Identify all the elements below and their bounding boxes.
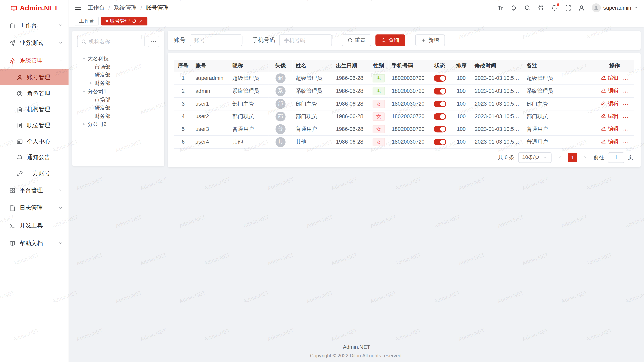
status-toggle[interactable] (434, 75, 446, 81)
cell-status (429, 97, 451, 110)
page-size-select[interactable]: 10条/页 (518, 152, 552, 163)
sidebar-item-label: 个人中心 (27, 138, 69, 145)
tree-node[interactable]: 分公司1 (77, 87, 159, 96)
locate-icon[interactable] (510, 4, 517, 11)
sidebar-item-platform-management[interactable]: 平台管理 (0, 182, 69, 199)
status-toggle[interactable] (434, 139, 446, 145)
edit-icon (601, 75, 606, 81)
add-button[interactable]: 新增 (415, 34, 445, 46)
cell-gender: 女 (369, 97, 388, 110)
sidebar-item-position-management[interactable]: 职位管理 (0, 117, 69, 133)
cell-sort: 100 (451, 110, 472, 123)
tree-node[interactable]: 研发部 (77, 71, 159, 79)
bell-icon[interactable] (551, 4, 558, 11)
table-row: 1 superadmin 超级管理员 超 超级管理员 1986-06-28 男 … (174, 72, 634, 85)
tree-node[interactable]: 研发部 (77, 104, 159, 112)
sidebar-item-org-management[interactable]: 机构管理 (0, 101, 69, 117)
sidebar-item-third-account[interactable]: 三方账号 (0, 165, 69, 182)
row-more-button[interactable] (623, 89, 628, 95)
tree-more-button[interactable] (148, 36, 159, 47)
search-label: 查询 (388, 36, 399, 44)
caret-down-icon[interactable] (81, 89, 86, 94)
phone-filter-input[interactable] (279, 34, 332, 46)
cell-birthdate: 1986-06-28 (333, 135, 369, 148)
search-icon[interactable] (524, 4, 531, 11)
refresh-icon[interactable] (132, 19, 136, 23)
tree-node[interactable]: 财务部 (77, 112, 159, 120)
gift-icon[interactable] (538, 4, 544, 11)
search-button[interactable]: 查询 (375, 34, 405, 46)
sidebar-item-business-test[interactable]: 业务测试 (0, 34, 69, 52)
breadcrumb: 工作台/系统管理/账号管理 (88, 4, 491, 11)
tree-node-label: 财务部 (95, 112, 111, 120)
reset-button[interactable]: 重置 (342, 34, 371, 46)
row-more-button[interactable] (623, 76, 628, 82)
org-search-input[interactable] (89, 38, 141, 44)
edit-button[interactable]: 编辑 (601, 87, 618, 94)
tree-node[interactable]: 市场部 (77, 63, 159, 71)
tab-workbench[interactable]: 工作台 (75, 17, 99, 25)
cell-status (429, 72, 451, 85)
tree-node[interactable]: 财务部 (77, 79, 159, 87)
cell-nickname: 超级管理员 (229, 72, 269, 85)
status-toggle[interactable] (434, 113, 446, 120)
row-more-button[interactable] (623, 127, 628, 133)
column-header-7: 手机号码 (388, 60, 429, 72)
tab-account-management[interactable]: 账号管理 (101, 17, 147, 25)
caret-right-icon[interactable] (88, 81, 93, 86)
status-toggle[interactable] (434, 126, 446, 132)
sidebar-item-workbench[interactable]: 工作台 (0, 16, 69, 34)
book-icon (9, 240, 16, 246)
breadcrumb-item[interactable]: 系统管理 (114, 4, 137, 11)
sidebar-item-system-management[interactable]: 系统管理 (0, 52, 69, 69)
idcard-icon (16, 138, 23, 145)
sidebar-item-dev-tools[interactable]: 开发工具 (0, 217, 69, 234)
sidebar-item-account-management[interactable]: 账号管理 (0, 69, 69, 85)
goto-page-input[interactable] (608, 152, 624, 163)
sidebar-item-help-docs[interactable]: 帮助文档 (0, 234, 69, 252)
user-menu[interactable]: superadmin (592, 3, 638, 12)
edit-button[interactable]: 编辑 (601, 74, 618, 81)
org-icon (16, 106, 23, 113)
prev-page-button[interactable] (555, 153, 564, 162)
tree-node[interactable]: 分公司2 (77, 120, 159, 128)
next-page-button[interactable] (581, 153, 590, 162)
row-more-button[interactable] (623, 102, 628, 108)
caret-right-icon[interactable] (81, 122, 86, 127)
breadcrumb-item[interactable]: 工作台 (88, 4, 105, 11)
cell-nickname: 系统管理员 (229, 84, 269, 97)
cell-modified-time: 2023-01-03 10:59:44 (471, 123, 523, 135)
edit-button[interactable]: 编辑 (601, 112, 618, 120)
edit-button[interactable]: 编辑 (601, 125, 618, 132)
column-header-1: 账号 (192, 60, 229, 72)
row-more-button[interactable] (623, 140, 628, 146)
account-filter-input[interactable] (190, 34, 242, 46)
edit-button[interactable]: 编辑 (601, 138, 618, 145)
tree-node[interactable]: 大名科技 (77, 55, 159, 63)
status-toggle[interactable] (434, 101, 446, 107)
footer-app-name: Admin.NET (69, 344, 644, 350)
sidebar-item-label: 三方账号 (27, 170, 69, 177)
tree-node[interactable]: 市场部 (77, 96, 159, 104)
row-more-button[interactable] (623, 115, 628, 120)
app-logo[interactable]: Admin.NET (0, 0, 69, 16)
sidebar-item-personal-center[interactable]: 个人中心 (0, 133, 69, 150)
current-page-button[interactable]: 1 (568, 153, 577, 162)
active-dot-icon (106, 20, 108, 22)
edit-button[interactable]: 编辑 (601, 100, 618, 107)
sidebar-item-log-management[interactable]: 日志管理 (0, 199, 69, 217)
cell-birthdate: 1986-06-28 (333, 97, 369, 110)
status-toggle[interactable] (434, 88, 446, 94)
sidebar-item-role-management[interactable]: 角色管理 (0, 85, 69, 102)
menu-toggle-icon[interactable] (75, 4, 82, 11)
table-header-row: 序号账号昵称头像姓名出生日期性别手机号码状态排序修改时间备注操作 (174, 60, 634, 72)
fullscreen-icon[interactable] (565, 4, 571, 11)
sidebar-item-notice[interactable]: 通知公告 (0, 149, 69, 165)
user-icon[interactable] (578, 4, 585, 11)
column-header-5: 出生日期 (333, 60, 369, 72)
cell-phone: 18020030720 (388, 97, 429, 110)
font-size-icon[interactable] (497, 4, 504, 11)
close-icon[interactable] (138, 19, 143, 23)
caret-down-icon[interactable] (81, 56, 86, 61)
tab-label: 工作台 (79, 17, 94, 24)
